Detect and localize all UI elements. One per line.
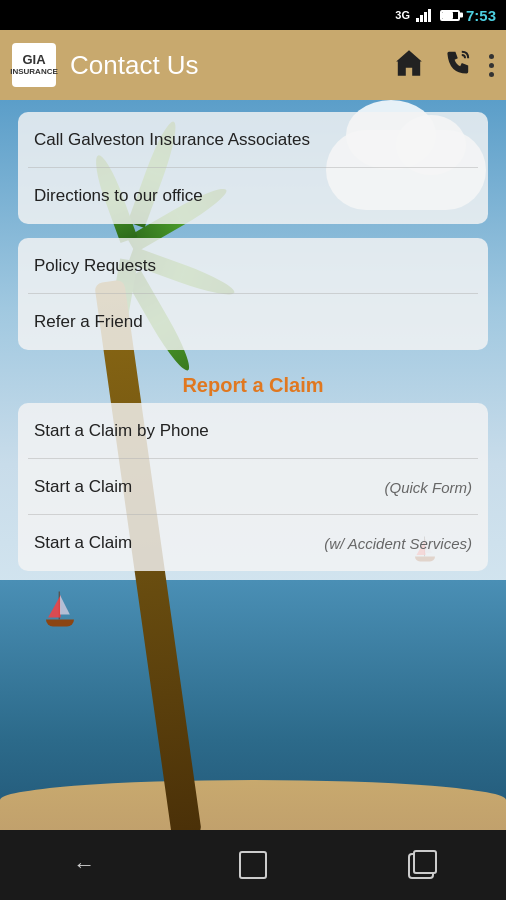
menu-item-claim-accident-sub: (w/ Accident Services) bbox=[324, 535, 472, 552]
section-header-claim: Report a Claim bbox=[18, 364, 488, 403]
app-logo: GIA INSURANCE bbox=[12, 43, 56, 87]
menu-item-refer[interactable]: Refer a Friend bbox=[18, 294, 488, 350]
recents-button[interactable] bbox=[392, 845, 452, 885]
nav-bar: ← bbox=[0, 830, 506, 900]
svg-rect-0 bbox=[416, 18, 419, 22]
time-display: 7:53 bbox=[466, 7, 496, 24]
menu-item-refer-label: Refer a Friend bbox=[34, 312, 143, 332]
app-bar-icons bbox=[393, 47, 494, 83]
home-button[interactable] bbox=[393, 47, 425, 83]
recents-icon bbox=[413, 850, 437, 874]
svg-rect-3 bbox=[428, 9, 431, 22]
menu-item-claim-quick[interactable]: Start a Claim (Quick Form) bbox=[18, 459, 488, 515]
svg-rect-1 bbox=[420, 15, 423, 22]
menu-item-claim-phone[interactable]: Start a Claim by Phone bbox=[18, 403, 488, 459]
signal-bars-icon bbox=[416, 9, 434, 22]
status-bar: 3G 7:53 bbox=[0, 0, 506, 30]
menu-item-policy-label: Policy Requests bbox=[34, 256, 156, 276]
svg-marker-4 bbox=[396, 50, 422, 76]
battery-icon bbox=[440, 10, 460, 21]
card-group-2: Policy Requests Refer a Friend bbox=[18, 238, 488, 350]
menu-item-claim-quick-label: Start a Claim bbox=[34, 477, 132, 497]
page-title: Contact Us bbox=[70, 50, 393, 81]
app-bar: GIA INSURANCE Contact Us bbox=[0, 30, 506, 100]
menu-item-claim-accident[interactable]: Start a Claim (w/ Accident Services) bbox=[18, 515, 488, 571]
svg-rect-2 bbox=[424, 12, 427, 22]
menu-item-claim-phone-label: Start a Claim by Phone bbox=[34, 421, 209, 441]
home-icon bbox=[393, 47, 425, 79]
more-options-button[interactable] bbox=[489, 54, 494, 77]
menu-item-directions-label: Directions to our office bbox=[34, 186, 203, 206]
card-group-3: Start a Claim by Phone Start a Claim (Qu… bbox=[18, 403, 488, 571]
menu-item-call-label: Call Galveston Insurance Associates bbox=[34, 130, 310, 150]
signal-indicator: 3G bbox=[395, 9, 410, 21]
contact-icon bbox=[441, 47, 473, 79]
main-content: Call Galveston Insurance Associates Dire… bbox=[0, 100, 506, 860]
home-nav-button[interactable] bbox=[223, 845, 283, 885]
back-button[interactable]: ← bbox=[54, 845, 114, 885]
dot3 bbox=[489, 72, 494, 77]
contact-button[interactable] bbox=[441, 47, 473, 83]
menu-item-claim-accident-label: Start a Claim bbox=[34, 533, 132, 553]
dot2 bbox=[489, 63, 494, 68]
menu-item-claim-quick-sub: (Quick Form) bbox=[385, 479, 473, 496]
logo-text: GIA INSURANCE bbox=[10, 53, 58, 76]
menu-item-directions[interactable]: Directions to our office bbox=[18, 168, 488, 224]
card-group-1: Call Galveston Insurance Associates Dire… bbox=[18, 112, 488, 224]
menu-item-policy[interactable]: Policy Requests bbox=[18, 238, 488, 294]
dot1 bbox=[489, 54, 494, 59]
back-icon: ← bbox=[73, 852, 95, 878]
home-nav-icon bbox=[239, 851, 267, 879]
menu-item-call[interactable]: Call Galveston Insurance Associates bbox=[18, 112, 488, 168]
